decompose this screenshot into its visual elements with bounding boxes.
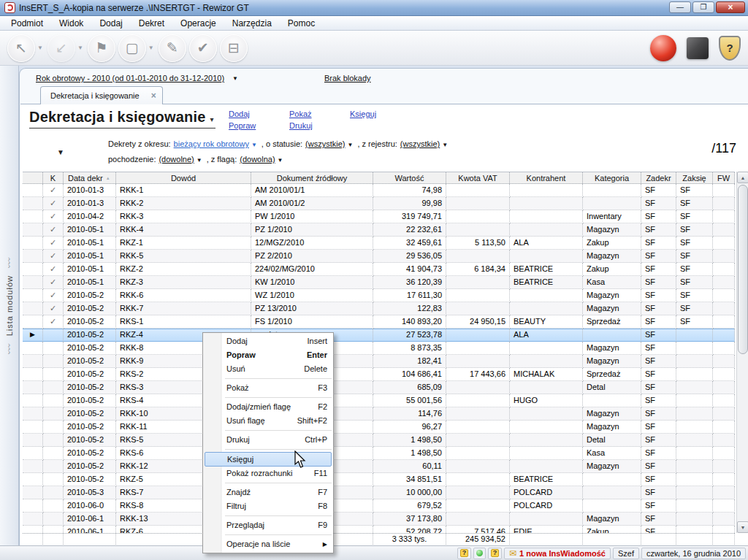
table-row[interactable]: 2010-05-2RKS-455 001,56HUGOSF: [23, 394, 735, 407]
menubar-item-narzedzia[interactable]: Narzędzia: [224, 17, 280, 30]
table-row[interactable]: 2010-05-3RKS-710 000,00POLCARDSF: [23, 486, 735, 499]
help-shield-button[interactable]: ?: [719, 36, 741, 61]
column-header-date[interactable]: Data dekr▲: [64, 172, 116, 183]
filter-value-wszystkie[interactable]: (wszystkie): [305, 139, 345, 148]
scroll-up-icon[interactable]: ▲: [737, 172, 748, 183]
table-row[interactable]: 2010-05-2RKS-61 498,50KasaSF: [23, 447, 735, 460]
link-drukuj[interactable]: Drukuj: [289, 121, 350, 133]
dropdown-caret-icon[interactable]: ▼: [278, 157, 283, 164]
table-row[interactable]: 2010-05-2RKZ-534 851,51BEATRICESF: [23, 473, 735, 486]
menubar-item-pomoc[interactable]: Pomoc: [280, 17, 323, 30]
table-row[interactable]: ✓2010-05-1RKZ-112/MGZ/201032 459,615 113…: [23, 237, 735, 250]
menu-item-ksieguj[interactable]: Księguj: [205, 452, 332, 467]
column-header-zaksie[interactable]: Zaksię: [676, 172, 713, 183]
dropdown-caret-icon[interactable]: ▼: [251, 142, 257, 148]
menubar-item-dodaj[interactable]: Dodaj: [91, 17, 130, 30]
column-header-kontrahent[interactable]: Kontrahent: [510, 172, 583, 183]
scrollbar-thumb[interactable]: [738, 185, 748, 354]
menu-item-drukuj[interactable]: DrukujCtrl+P: [203, 433, 333, 447]
table-row[interactable]: 2010-05-2RKS-2104 686,4117 443,66MICHALA…: [23, 368, 735, 381]
menu-item-popraw[interactable]: PoprawEnter: [203, 348, 333, 362]
menu-item-operacje-na-liscie[interactable]: Operacje na liście▶: [203, 537, 333, 551]
menubar-item-dekret[interactable]: Dekret: [131, 17, 172, 30]
table-row[interactable]: ✓2010-04-2RKK-3PW 1/2010319 749,71Inwent…: [23, 210, 735, 223]
menu-item-usun[interactable]: UsuńDelete: [203, 362, 333, 376]
column-header-ind[interactable]: [23, 172, 43, 183]
dropdown-caret-icon[interactable]: ▼: [348, 142, 354, 148]
table-row[interactable]: 2010-05-2RKK-1196,27MagazynSF: [23, 421, 735, 434]
table-row[interactable]: 2010-05-2RKK-1260,11MagazynSF: [23, 460, 735, 473]
print-button[interactable]: ⊟: [220, 34, 248, 62]
lock-status-link[interactable]: Brak blokady: [324, 74, 371, 83]
inswiadomosc-message[interactable]: ✉ 1 nowa InsWiadomość: [504, 548, 611, 559]
table-row[interactable]: 2010-06-1RKZ-652 208,727 517,46EDIEZakup…: [23, 526, 735, 533]
insert-home-button[interactable]: [650, 35, 676, 61]
column-header-k[interactable]: K: [43, 172, 64, 183]
table-row[interactable]: ✓2010-05-1RKK-4PZ 1/201022 232,61Magazyn…: [23, 223, 735, 237]
scroll-down-icon[interactable]: ▼: [737, 521, 748, 533]
tab-dekretacja[interactable]: Dekretacja i księgowanie ×: [40, 86, 163, 104]
minimize-button[interactable]: —: [669, 1, 691, 13]
dropdown-caret-icon[interactable]: ▼: [196, 157, 202, 164]
filter-value-dowolne[interactable]: (dowolne): [159, 155, 194, 164]
table-row[interactable]: 2010-05-2RKK-10114,76MagazynSF: [23, 407, 735, 421]
table-row[interactable]: 2010-06-1RKK-1337 173,80MagazynSF: [23, 513, 735, 526]
table-row[interactable]: ▶2010-05-2RKZ-4wypłata27 523,78ALASF: [23, 329, 735, 342]
dropdown-caret-icon[interactable]: ▼: [77, 45, 83, 51]
menu-item-pokaz[interactable]: PokażF3: [203, 381, 333, 395]
column-header-fw[interactable]: FW: [713, 172, 735, 183]
column-header-wartosc[interactable]: Wartość: [373, 172, 446, 183]
vertical-scrollbar[interactable]: ▲ ▼: [736, 172, 748, 533]
filter-value-dowolna[interactable]: (dowolna): [240, 155, 275, 164]
fiscal-year-link[interactable]: Rok obrotowy - 2010 (od 01-01-2010 do 31…: [36, 74, 224, 83]
help-status-icon[interactable]: ?: [457, 548, 471, 559]
table-row[interactable]: ✓2010-05-2RKK-6WZ 1/201017 611,30Magazyn…: [23, 289, 735, 302]
table-row[interactable]: ✓2010-01-3RKK-2AM 2010/01/299,98SFSF: [23, 197, 735, 210]
column-header-zadekr[interactable]: Zadekr: [641, 172, 676, 183]
link-pokaz[interactable]: Pokaż: [289, 110, 350, 121]
filter-value-biezacy-rok-obrotowy[interactable]: bieżący rok obrotowy: [174, 139, 249, 148]
column-header-dowod[interactable]: Dowód: [116, 172, 251, 183]
table-row[interactable]: ✓2010-05-2RKS-1FS 1/2010140 893,2024 950…: [23, 315, 735, 329]
column-header-kategoria[interactable]: Kategoria: [583, 172, 641, 183]
menubar-item-widok[interactable]: Widok: [51, 17, 91, 30]
close-button[interactable]: ×: [716, 1, 745, 13]
import-button[interactable]: ↙: [47, 34, 75, 62]
table-row[interactable]: 2010-05-2RKS-51 498,50DetalSF: [23, 434, 735, 447]
menu-item-pokaz-rozrachunki[interactable]: Pokaż rozrachunkiF11: [203, 467, 333, 480]
modules-strip[interactable]: ››› Lista modułów ›››: [0, 66, 19, 545]
table-row[interactable]: 2010-06-0RKS-8679,52POLCARDSF: [23, 499, 735, 513]
menubar-item-operacje[interactable]: Operacje: [172, 17, 224, 30]
menu-item-przegladaj[interactable]: PrzeglądajF9: [203, 518, 333, 532]
table-row[interactable]: 2010-05-2RKS-3685,09DetalSF: [23, 381, 735, 394]
table-row[interactable]: ✓2010-05-2RKK-7PZ 13/2010122,83MagazynSF…: [23, 302, 735, 315]
new-document-button[interactable]: ▢: [118, 34, 146, 62]
link-ksieguj[interactable]: Księguj: [350, 110, 411, 121]
chevron-down-icon[interactable]: ▾: [208, 115, 214, 123]
menubar-item-podmiot[interactable]: Podmiot: [3, 17, 51, 30]
tab-close-icon[interactable]: ×: [151, 91, 156, 101]
table-row[interactable]: 2010-05-2RKK-88 873,35MagazynSF: [23, 342, 735, 355]
chevron-down-icon[interactable]: ▼: [232, 75, 238, 82]
dropdown-caret-icon[interactable]: ▼: [37, 45, 43, 51]
column-header-dok[interactable]: Dokument źródłowy: [251, 172, 373, 183]
menu-item-usun-flage[interactable]: Usuń flagęShift+F2: [203, 414, 333, 428]
table-row[interactable]: ✓2010-05-1RKZ-3KW 1/201036 120,39BEATRIC…: [23, 276, 735, 289]
select-tool-button[interactable]: ↖: [7, 34, 35, 62]
table-row[interactable]: ✓2010-05-1RKK-5PZ 2/201029 536,05Magazyn…: [23, 250, 735, 263]
modules-cube-button[interactable]: [687, 37, 709, 59]
menu-item-filtruj[interactable]: FiltrujF8: [203, 499, 333, 513]
dropdown-caret-icon[interactable]: ▼: [442, 142, 448, 148]
link-dodaj[interactable]: Dodaj: [229, 110, 289, 121]
filter-value-wszystkie[interactable]: (wszystkie): [400, 139, 440, 148]
restore-button[interactable]: ❐: [692, 1, 714, 13]
menu-item-znajdz[interactable]: ZnajdźF7: [203, 486, 333, 499]
dropdown-caret-icon[interactable]: ▼: [148, 45, 154, 51]
filter-collapse-icon[interactable]: ▼: [57, 148, 64, 156]
table-row[interactable]: ✓2010-01-3RKK-1AM 2010/01/174,98SFSF: [23, 184, 735, 197]
book-stamp-button[interactable]: ✔: [189, 34, 217, 62]
flag-button[interactable]: ⚑: [88, 34, 115, 62]
menu-item-dodaj-zmien-flage[interactable]: Dodaj/zmień flagęF2: [203, 400, 333, 414]
menu-item-dodaj[interactable]: DodajInsert: [203, 334, 333, 348]
help-status-icon[interactable]: ?: [488, 548, 502, 559]
